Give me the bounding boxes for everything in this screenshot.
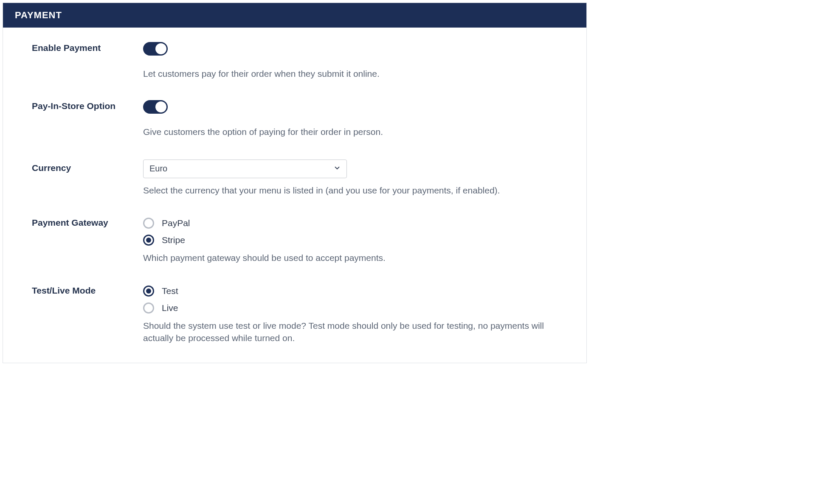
mode-option-label: Test — [162, 286, 178, 296]
gateway-option-stripe[interactable]: Stripe — [143, 235, 558, 246]
gateway-label: Payment Gateway — [32, 218, 143, 228]
payment-panel: PAYMENT Enable Payment Let customers pay… — [3, 3, 587, 363]
mode-radio-group: Test Live — [143, 286, 558, 314]
mode-option-test[interactable]: Test — [143, 286, 558, 297]
currency-help: Select the currency that your menu is li… — [143, 184, 558, 196]
enable-payment-label: Enable Payment — [32, 43, 143, 53]
mode-option-live[interactable]: Live — [143, 302, 558, 314]
pay-in-store-toggle[interactable] — [143, 100, 168, 114]
gateway-option-paypal[interactable]: PayPal — [143, 218, 558, 229]
mode-label: Test/Live Mode — [32, 286, 143, 296]
mode-option-label: Live — [162, 303, 178, 313]
panel-header: PAYMENT — [3, 3, 586, 28]
radio-icon — [143, 302, 154, 314]
row-currency: Currency Euro Select the currency that y… — [32, 160, 558, 196]
gateway-option-label: Stripe — [162, 235, 185, 245]
toggle-knob-icon — [155, 101, 166, 112]
currency-label: Currency — [32, 160, 143, 173]
currency-selected-value: Euro — [149, 164, 167, 174]
row-enable-payment: Enable Payment Let customers pay for the… — [32, 43, 558, 80]
enable-payment-toggle[interactable] — [143, 42, 168, 56]
panel-body: Enable Payment Let customers pay for the… — [3, 28, 586, 363]
row-pay-in-store: Pay-In-Store Option Give customers the o… — [32, 101, 558, 138]
row-mode: Test/Live Mode Test Live Should the syst… — [32, 286, 558, 344]
toggle-knob-icon — [155, 43, 166, 54]
panel-title: PAYMENT — [15, 10, 62, 20]
radio-dot-icon — [146, 238, 151, 243]
mode-help: Should the system use test or live mode?… — [143, 319, 558, 344]
row-gateway: Payment Gateway PayPal Stripe Which paym… — [32, 218, 558, 264]
gateway-help: Which payment gateway should be used to … — [143, 252, 558, 264]
currency-select[interactable]: Euro — [143, 160, 347, 178]
gateway-radio-group: PayPal Stripe — [143, 218, 558, 246]
radio-icon — [143, 286, 154, 297]
pay-in-store-control: Give customers the option of paying for … — [143, 101, 558, 138]
pay-in-store-help: Give customers the option of paying for … — [143, 126, 558, 138]
radio-dot-icon — [146, 288, 151, 294]
currency-select-wrap: Euro — [143, 160, 347, 178]
currency-control: Euro Select the currency that your menu … — [143, 160, 558, 196]
gateway-option-label: PayPal — [162, 218, 190, 228]
radio-icon — [143, 218, 154, 229]
mode-control: Test Live Should the system use test or … — [143, 286, 558, 344]
radio-icon — [143, 235, 154, 246]
enable-payment-control: Let customers pay for their order when t… — [143, 43, 558, 80]
gateway-control: PayPal Stripe Which payment gateway shou… — [143, 218, 558, 264]
pay-in-store-label: Pay-In-Store Option — [32, 101, 143, 111]
enable-payment-help: Let customers pay for their order when t… — [143, 67, 558, 80]
